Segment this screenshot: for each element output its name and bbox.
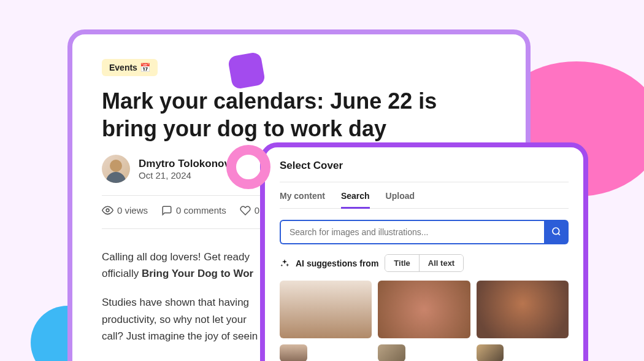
category-badge[interactable]: Events 📅 bbox=[102, 59, 158, 76]
image-result-3[interactable] bbox=[477, 281, 569, 338]
decorative-pink-ring bbox=[226, 145, 270, 189]
image-result-1[interactable] bbox=[280, 281, 372, 338]
search-input[interactable] bbox=[280, 220, 544, 244]
image-result-6[interactable] bbox=[477, 344, 504, 361]
comment-icon bbox=[161, 205, 172, 216]
search-row bbox=[280, 220, 569, 244]
chip-all-text[interactable]: All text bbox=[420, 255, 463, 271]
suggestions-label: AI suggestions from bbox=[296, 258, 378, 268]
likes-count: 0 bbox=[255, 205, 259, 215]
image-result-5[interactable] bbox=[378, 344, 405, 361]
svg-point-0 bbox=[106, 209, 109, 212]
image-grid bbox=[280, 281, 569, 361]
views-count: 0 views bbox=[117, 205, 148, 215]
author-name[interactable]: Dmytro Tolokonov bbox=[139, 158, 230, 170]
suggestion-chip-group: Title All text bbox=[385, 254, 464, 272]
sparkle-icon bbox=[280, 258, 289, 268]
tab-my-content[interactable]: My content bbox=[280, 191, 325, 208]
article-title: Mark your calendars: June 22 is bring yo… bbox=[102, 87, 496, 142]
tab-search[interactable]: Search bbox=[341, 191, 370, 208]
avatar[interactable] bbox=[102, 155, 130, 183]
heart-icon bbox=[240, 205, 251, 216]
article-date: Oct 21, 2024 bbox=[139, 170, 230, 180]
stat-likes[interactable]: 0 bbox=[240, 205, 259, 216]
search-icon bbox=[551, 227, 561, 238]
stat-views: 0 views bbox=[102, 204, 148, 216]
search-button[interactable] bbox=[544, 220, 569, 244]
image-result-2[interactable] bbox=[378, 281, 470, 338]
comments-count: 0 comments bbox=[176, 205, 226, 215]
ai-suggestions-row: AI suggestions from Title All text bbox=[280, 254, 569, 272]
eye-icon bbox=[102, 204, 113, 216]
modal-title: Select Cover bbox=[280, 160, 569, 182]
decorative-purple-square bbox=[228, 52, 266, 90]
select-cover-modal: Select Cover My content Search Upload AI… bbox=[260, 142, 588, 361]
stat-comments[interactable]: 0 comments bbox=[161, 205, 226, 216]
svg-point-1 bbox=[553, 228, 559, 235]
image-result-4[interactable] bbox=[280, 344, 307, 361]
tabs-row: My content Search Upload bbox=[280, 191, 569, 209]
tab-upload[interactable]: Upload bbox=[386, 191, 415, 208]
chip-title[interactable]: Title bbox=[385, 255, 420, 271]
svg-line-2 bbox=[558, 233, 560, 235]
